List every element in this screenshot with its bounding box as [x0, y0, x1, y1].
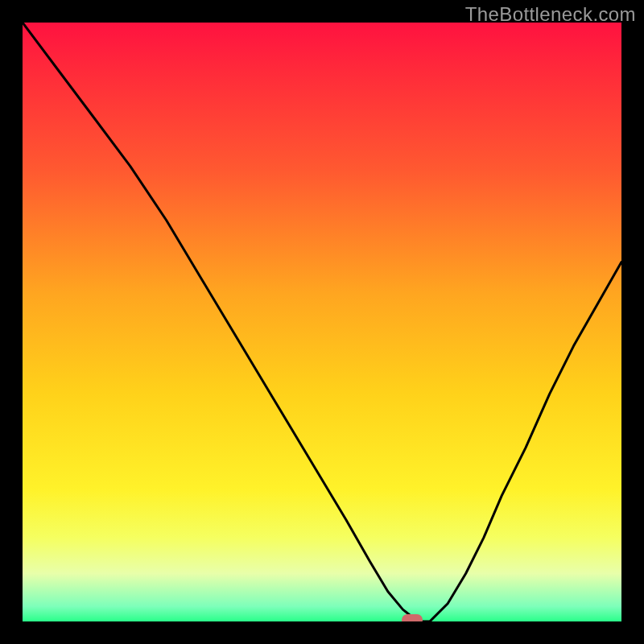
curve-path: [23, 23, 621, 621]
plot-area: [23, 23, 621, 621]
bottleneck-curve: [23, 23, 621, 621]
optimum-marker: [402, 614, 423, 621]
chart-frame: TheBottleneck.com: [0, 0, 644, 644]
